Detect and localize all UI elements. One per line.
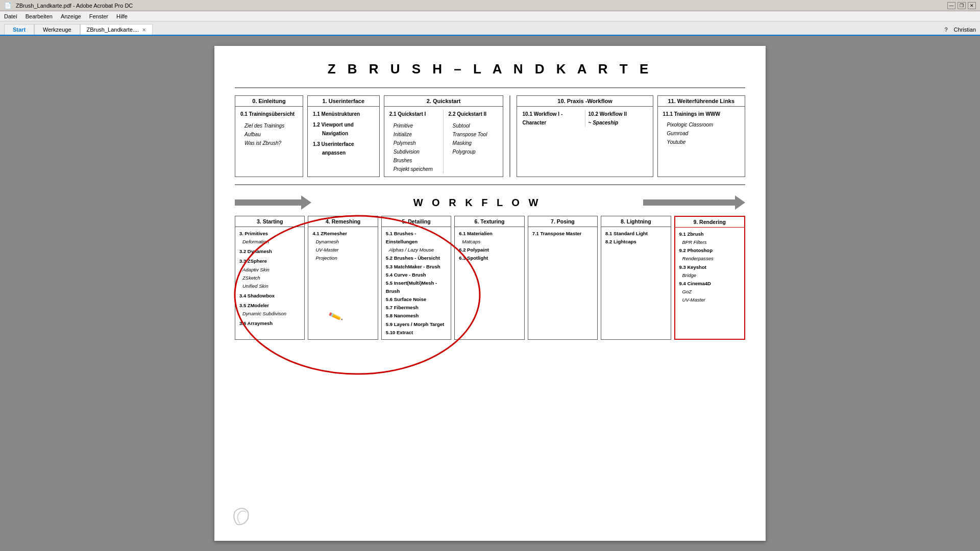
menu-bar: Datei Bearbeiten Anzeige Fenster Hilfe	[0, 11, 980, 21]
wf-box-rendering-body: 9.1 Zbrush BPR Filters 9.2 Photoshop Ren…	[675, 228, 744, 307]
wf-box-rendering: 9. Rendering 9.1 Zbrush BPR Filters 9.2 …	[674, 216, 745, 340]
wf-box-texturing-body: 6.1 Materialien Matcaps 6.2 Polypaint 6.…	[455, 227, 524, 265]
box-userinterface-header: 1. Userinterface	[308, 96, 379, 107]
menu-datei[interactable]: Datei	[4, 13, 17, 19]
app-icon: 📄	[4, 2, 12, 9]
user-label: Christian	[954, 27, 976, 33]
wf-box-posing-header: 7. Posing	[528, 216, 597, 227]
box-links-body: 11.1 Trainings im WWW Pixologic Classroo…	[658, 107, 745, 149]
top-info-row: 0. Einleitung 0.1 Trainingsübersicht Zie…	[235, 95, 745, 177]
title-bar: 📄 ZBrush_Landkarte.pdf - Adobe Acrobat P…	[0, 0, 980, 11]
pdf-page: Z B R U S H – L A N D K A R T E 0. Einle…	[214, 46, 766, 541]
page-title: Z B R U S H – L A N D K A R T E	[235, 61, 745, 77]
top-boxes-right: 10. Praxis -Workflow 10.1 Workflow I - C…	[517, 95, 745, 177]
box-praxis-body: 10.1 Workflow I - Character 10.2 Workflo…	[517, 107, 652, 130]
wf-box-starting-body: 3. Primitives Deformation 3.2 Dynamesh 3…	[235, 227, 304, 331]
wf-box-lightning: 8. Lightning 8.1 Standard Light 8.2 Ligh…	[601, 216, 671, 340]
tab-close-button[interactable]: ✕	[142, 27, 146, 33]
wf-box-lightning-header: 8. Lightning	[601, 216, 670, 227]
wf-box-remeshing-header: 4. Remeshing	[308, 216, 377, 227]
close-button[interactable]: ✕	[968, 2, 976, 9]
box-quickstart-body: 2.1 Quickstart I Primitive Initialize Po…	[384, 107, 503, 177]
wf-box-remeshing: 4. Remeshing 4.1 ZRemesher Dynamesh UV-M…	[308, 216, 378, 340]
top-boxes-left: 0. Einleitung 0.1 Trainingsübersicht Zie…	[235, 95, 503, 177]
wf-box-lightning-body: 8.1 Standard Light 8.2 Lightcaps	[601, 227, 670, 248]
wf-box-rendering-header: 9. Rendering	[675, 217, 744, 228]
box-praxis-header: 10. Praxis -Workflow	[517, 96, 652, 107]
box-einleitung: 0. Einleitung 0.1 Trainingsübersicht Zie…	[235, 95, 303, 177]
workflow-boxes: 3. Starting 3. Primitives Deformation 3.…	[235, 216, 745, 340]
box-quickstart-header: 2. Quickstart	[384, 96, 503, 107]
tab-werkzeuge[interactable]: Werkzeuge	[34, 24, 80, 35]
workflow-section: W O R K F L O W 3. Starting 3. Primitive…	[235, 195, 745, 340]
workflow-boxes-container: 3. Starting 3. Primitives Deformation 3.…	[235, 216, 745, 340]
box-userinterface-body: 1.1 Menüstrukturen 1.2 Viewport und Navi…	[308, 107, 379, 160]
tab-doc-label: ZBrush_Landkarte....	[87, 27, 139, 33]
wf-box-detailing: 5. Detailing 5.1 Brushes - Einstellungen…	[381, 216, 451, 340]
vertical-divider	[509, 95, 510, 177]
wf-box-starting: 3. Starting 3. Primitives Deformation 3.…	[235, 216, 305, 340]
wf-box-posing-body: 7.1 Transpose Master	[528, 227, 597, 240]
box-links: 11. Weiterführende Links 11.1 Trainings …	[657, 95, 745, 177]
box-quickstart: 2. Quickstart 2.1 Quickstart I Primitive…	[384, 95, 504, 177]
logo-area	[230, 504, 255, 531]
svg-marker-1	[643, 195, 745, 210]
menu-anzeige[interactable]: Anzeige	[61, 13, 81, 19]
tab-bar: Start Werkzeuge ZBrush_Landkarte.... ✕ ?…	[0, 21, 980, 36]
wf-box-texturing-header: 6. Texturing	[455, 216, 524, 227]
box-links-header: 11. Weiterführende Links	[658, 96, 745, 107]
wf-box-starting-header: 3. Starting	[235, 216, 304, 227]
menu-bearbeiten[interactable]: Bearbeiten	[26, 13, 53, 19]
box-userinterface: 1. Userinterface 1.1 Menüstrukturen 1.2 …	[307, 95, 380, 177]
window-title: ZBrush_Landkarte.pdf - Adobe Acrobat Pro…	[16, 3, 133, 9]
arrow-left	[235, 195, 311, 210]
minimize-button[interactable]: —	[947, 2, 955, 9]
box-praxis-workflow: 10. Praxis -Workflow 10.1 Workflow I - C…	[517, 95, 653, 177]
box-einleitung-header: 0. Einleitung	[235, 96, 303, 107]
wf-box-detailing-header: 5. Detailing	[382, 216, 451, 227]
pdf-area[interactable]: Z B R U S H – L A N D K A R T E 0. Einle…	[0, 36, 980, 551]
tab-document[interactable]: ZBrush_Landkarte.... ✕	[80, 24, 153, 35]
wf-box-remeshing-body: 4.1 ZRemesher Dynamesh UV-Master Project…	[308, 227, 377, 265]
maximize-button[interactable]: ❐	[958, 2, 966, 9]
wf-box-detailing-body: 5.1 Brushes - Einstellungen Alphas / Laz…	[382, 227, 451, 339]
tab-start[interactable]: Start	[4, 24, 34, 35]
menu-fenster[interactable]: Fenster	[89, 13, 108, 19]
svg-marker-0	[235, 195, 311, 210]
wf-box-posing: 7. Posing 7.1 Transpose Master	[528, 216, 598, 340]
menu-hilfe[interactable]: Hilfe	[116, 13, 128, 19]
box-einleitung-body: 0.1 Trainingsübersicht Ziel des Training…	[235, 107, 303, 151]
workflow-title: W O R K F L O W	[315, 197, 639, 209]
arrow-right	[643, 195, 745, 210]
help-button[interactable]: ?	[944, 27, 947, 33]
wf-box-texturing: 6. Texturing 6.1 Materialien Matcaps 6.2…	[454, 216, 524, 340]
